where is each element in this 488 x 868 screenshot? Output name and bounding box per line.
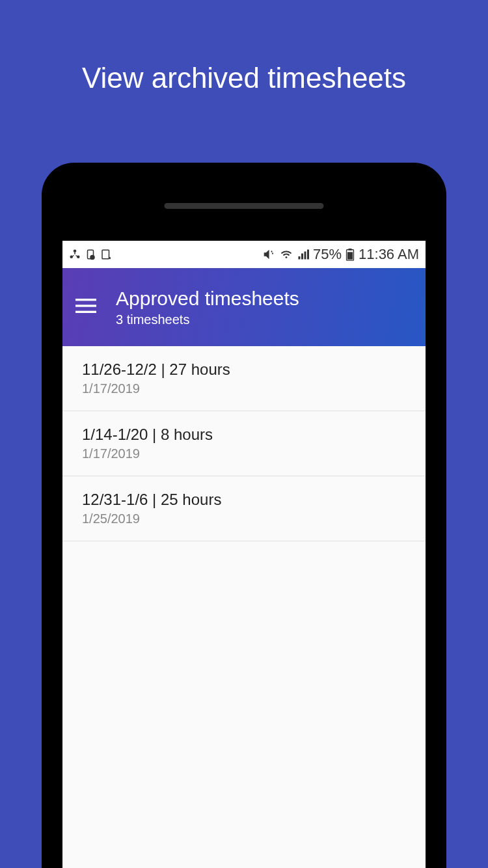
phone-speaker: [165, 203, 324, 209]
hamburger-menu-icon[interactable]: [75, 297, 96, 317]
timesheet-date: 1/17/2019: [82, 446, 406, 461]
notification-icon: [69, 249, 81, 260]
phone-screen: 75% 11:36 AM Approved timesheets 3 times…: [62, 241, 426, 868]
svg-rect-7: [348, 249, 351, 251]
status-bar: 75% 11:36 AM: [62, 241, 426, 268]
battery-percent: 75%: [313, 246, 342, 263]
status-left: [69, 249, 112, 260]
page-title: Approved timesheets: [116, 288, 299, 310]
app-header: Approved timesheets 3 timesheets: [62, 268, 426, 346]
timesheet-title: 1/14-1/20 | 8 hours: [82, 426, 406, 444]
timesheet-list: 11/26-12/2 | 27 hours 1/17/2019 1/14-1/2…: [62, 346, 426, 541]
svg-rect-8: [347, 252, 353, 259]
svg-rect-5: [102, 250, 109, 259]
mute-icon: [262, 249, 275, 260]
signal-icon: [297, 249, 309, 260]
phone-frame: 75% 11:36 AM Approved timesheets 3 times…: [42, 163, 446, 868]
svg-point-0: [74, 250, 77, 253]
timesheet-item[interactable]: 1/14-1/20 | 8 hours 1/17/2019: [62, 411, 426, 476]
timesheet-item[interactable]: 12/31-1/6 | 25 hours 1/25/2019: [62, 476, 426, 541]
timesheet-date: 1/25/2019: [82, 511, 406, 526]
header-text: Approved timesheets 3 timesheets: [116, 288, 299, 327]
clock-time: 11:36 AM: [359, 246, 419, 263]
timesheet-title: 11/26-12/2 | 27 hours: [82, 360, 406, 379]
timesheet-date: 1/17/2019: [82, 381, 406, 396]
promo-title: View archived timesheets: [0, 0, 488, 94]
status-right: 75% 11:36 AM: [262, 246, 419, 263]
wifi-icon: [279, 249, 293, 260]
svg-point-4: [90, 256, 94, 260]
page-subtitle: 3 timesheets: [116, 312, 299, 327]
timesheet-item[interactable]: 11/26-12/2 | 27 hours 1/17/2019: [62, 346, 426, 411]
app-notification-icon: [85, 249, 96, 260]
app-notification-icon-2: [100, 249, 112, 260]
battery-icon: [346, 248, 355, 261]
timesheet-title: 12/31-1/6 | 25 hours: [82, 491, 406, 509]
